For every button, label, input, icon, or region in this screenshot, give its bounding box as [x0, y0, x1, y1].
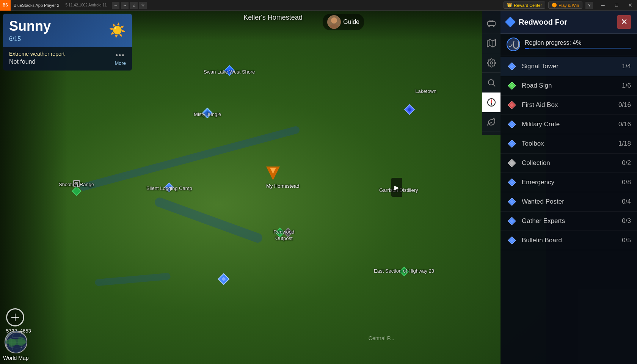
nav-forward-button[interactable]: →	[121, 2, 129, 9]
item-name-4: Toolbox	[522, 140, 614, 147]
item-count-4: 1/18	[618, 140, 631, 147]
nav-bookmark-button[interactable]: ☆	[139, 2, 147, 9]
item-count-6: 0/8	[622, 179, 631, 186]
highway-signal-marker[interactable]	[220, 275, 228, 283]
redwood-outpost-label: RedwoodOutpost	[273, 229, 294, 242]
svg-line-35	[493, 84, 496, 86]
panel-item-emergency[interactable]: Emergency 0/8	[500, 173, 637, 192]
item-name-0: Signal Tower	[522, 63, 617, 70]
title-bar: BS BlueStacks App Player 2 5.11.42.1002 …	[0, 0, 637, 11]
central-area-label: Central P...	[369, 335, 394, 341]
not-found-text: Not found	[9, 57, 64, 67]
item-icon-0	[507, 61, 517, 72]
region-progress-fill	[525, 48, 529, 49]
reward-center-button[interactable]: 👑 Reward Center	[504, 2, 545, 9]
item-icon-2	[507, 100, 517, 110]
edge-sidebar	[482, 11, 500, 135]
svg-point-2	[6, 332, 27, 353]
region-progress-text: Region progress: 4%	[525, 39, 631, 46]
settings-button[interactable]: ?	[585, 2, 593, 9]
edge-vehicle-icon[interactable]	[482, 14, 500, 33]
misty-jungle-label: Misty Jungle	[194, 111, 221, 117]
panel-item-gather-experts[interactable]: Gather Experts 0/3	[500, 212, 637, 231]
panel-diamond-icon	[505, 17, 516, 27]
edge-gear-icon[interactable]	[482, 53, 500, 73]
svg-point-6	[508, 42, 512, 47]
laketown-label: Laketown	[415, 88, 436, 94]
redwood-outpost-marker[interactable]: RedwoodOutpost	[276, 229, 292, 237]
svg-marker-37	[491, 99, 492, 103]
item-count-7: 0/4	[622, 198, 631, 206]
extreme-weather-label: Extreme weather report	[9, 51, 64, 57]
item-count-3: 0/16	[618, 121, 631, 128]
weather-more-label: More	[115, 60, 126, 66]
app-version: 5.11.42.1002 Android 11	[62, 3, 110, 7]
edge-leaf-icon[interactable]	[482, 112, 500, 132]
edge-compass-icon[interactable]	[482, 93, 500, 112]
guide-avatar	[327, 15, 341, 29]
world-map-button[interactable]: World Map	[3, 331, 28, 361]
signal-tower-marker[interactable]	[406, 106, 413, 113]
edge-search-icon[interactable]	[482, 73, 500, 93]
panel-item-bulletin-board[interactable]: Bulletin Board 0/5	[500, 231, 637, 250]
guide-label: Guide	[343, 19, 359, 25]
svg-point-28	[488, 25, 490, 27]
panel-item-road-sign[interactable]: Road Sign 1/6	[500, 76, 637, 96]
panel-item-wanted-poster[interactable]: Wanted Poster 0/4	[500, 192, 637, 212]
maximize-button[interactable]: □	[610, 0, 623, 11]
item-icon-1	[507, 80, 517, 91]
reward-center-label: Reward Center	[514, 3, 542, 8]
region-progress-bar	[525, 48, 631, 49]
game-area: Blackberry Keller's Homestead Guide Swan…	[0, 11, 546, 364]
close-button[interactable]: ✕	[623, 0, 637, 11]
item-count-5: 0/2	[622, 159, 631, 167]
shooting-range-marker[interactable]: Shooting Range	[73, 180, 80, 195]
weather-panel: Sunny 6/15 ☀️ Extreme weather report Not…	[3, 14, 132, 71]
panel-item-collection[interactable]: Collection 0/2	[500, 154, 637, 173]
shooting-range-label: Shooting Range	[59, 182, 94, 187]
world-map-label: World Map	[3, 355, 28, 361]
svg-point-33	[490, 62, 493, 64]
item-name-8: Gather Experts	[522, 217, 617, 225]
weather-more-button[interactable]: ••• More	[115, 52, 126, 66]
guide-button[interactable]: Guide	[323, 14, 364, 30]
svg-rect-27	[488, 22, 495, 25]
nav-home-button[interactable]: ⌂	[130, 2, 138, 9]
item-count-8: 0/3	[622, 217, 631, 225]
panel-title: Redwood For	[519, 18, 617, 27]
play-win-button[interactable]: 🟠 Play & Win	[548, 2, 582, 9]
item-count-0: 1/4	[622, 63, 631, 70]
panel-collapse-button[interactable]: ▶	[391, 178, 402, 197]
minimize-button[interactable]: ─	[596, 0, 610, 11]
misty-jungle-marker[interactable]: Misty Jungle	[204, 109, 211, 117]
my-homestead-marker[interactable]: My Homestead	[266, 166, 280, 180]
item-icon-3	[507, 119, 517, 130]
panel-close-button[interactable]: ✕	[617, 15, 631, 29]
kellers-homestead-label: Keller's Homestead	[243, 14, 303, 21]
item-icon-4	[507, 138, 517, 149]
item-icon-7	[507, 196, 517, 207]
svg-point-0	[331, 17, 337, 24]
item-name-7: Wanted Poster	[522, 198, 617, 206]
panel-item-toolbox[interactable]: Toolbox 1/18	[500, 134, 637, 154]
item-name-2: First Aid Box	[522, 101, 614, 109]
panel-item-military-crate[interactable]: Military Crate 0/16	[500, 115, 637, 134]
item-icon-5	[507, 158, 517, 168]
nav-back-button[interactable]: ←	[112, 2, 119, 9]
coords-display: 5733,-4653	[6, 308, 31, 334]
play-win-label: Play & Win	[559, 3, 579, 8]
logging-camp-marker[interactable]: Silent Logging Camp	[166, 184, 173, 191]
panel-item-first-aid-box[interactable]: First Aid Box 0/16	[500, 96, 637, 115]
item-count-1: 1/6	[622, 82, 631, 89]
edge-map-icon[interactable]	[482, 33, 500, 53]
panel-header: Redwood For ✕	[500, 11, 637, 34]
svg-point-1	[329, 24, 339, 29]
weather-dots-icon: •••	[116, 52, 125, 60]
crosshair-icon	[6, 308, 24, 326]
my-homestead-label: My Homestead	[266, 183, 299, 189]
swan-lake-marker[interactable]: Swan Lake West Shore	[226, 67, 233, 74]
east-highway-marker[interactable]: East Section of Highway 23	[401, 268, 408, 276]
item-count-2: 0/16	[618, 101, 631, 109]
nav-buttons: ← → ⌂ ☆	[110, 2, 149, 9]
panel-item-signal-tower[interactable]: Signal Tower 1/4	[500, 57, 637, 76]
